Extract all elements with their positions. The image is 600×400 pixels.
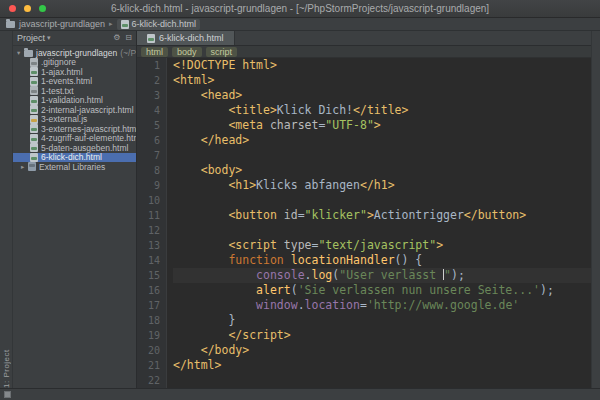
code-line-20[interactable]: </body>	[173, 343, 591, 358]
gear-icon[interactable]: ⚙	[113, 34, 120, 42]
code-token: </html>	[173, 358, 221, 372]
code-token: Actiontrigger	[374, 208, 464, 222]
chevron-down-icon[interactable]: ▾	[47, 34, 51, 42]
code-line-22[interactable]	[173, 373, 591, 388]
phpstorm-window: 6-klick-dich.html - javascript-grundlage…	[0, 0, 600, 400]
code-token: </button>	[464, 208, 526, 222]
code-line-19[interactable]: </script>	[173, 328, 591, 343]
code-line-21[interactable]: </html>	[173, 358, 591, 373]
code-line-11[interactable]: <button id="klicker">Actiontrigger</butt…	[173, 208, 591, 223]
code-line-14[interactable]: function locationHandler() {	[173, 253, 591, 268]
line-number: 6	[137, 133, 160, 148]
code-line-8[interactable]: <body>	[173, 163, 591, 178]
tree-root-label: javascript-grundlagen	[36, 48, 117, 58]
tree-item-.gitignore[interactable]: .gitignore	[13, 58, 136, 68]
breadcrumb-script[interactable]: script	[206, 47, 238, 57]
code-token: <meta	[228, 118, 270, 132]
line-number: 17	[137, 298, 160, 313]
code-token: >	[374, 118, 381, 132]
tree-root-path: (~/PhpStormProjects/javascript-grundlage…	[120, 48, 136, 58]
code-line-3[interactable]: <head>	[173, 88, 591, 103]
editor-column: 6-klick-dich.html htmlbodyscript 1234567…	[137, 31, 591, 388]
right-tool-stripe	[591, 31, 600, 388]
code-line-10[interactable]	[173, 193, 591, 208]
panel-title[interactable]: Project	[17, 33, 45, 43]
code-line-12[interactable]	[173, 223, 591, 238]
tree-expanded-icon[interactable]: ▾	[17, 49, 24, 57]
code-token	[173, 268, 256, 282]
code-editor[interactable]: 12345678910111213141516171819202122 <!DO…	[137, 58, 591, 388]
breadcrumb-body[interactable]: body	[172, 47, 202, 57]
code-line-4[interactable]: <title>Klick Dich!</title>	[173, 103, 591, 118]
breadcrumb-html[interactable]: html	[141, 47, 168, 57]
toolwindow-switcher-icon[interactable]	[4, 391, 11, 398]
code-token: "UTF-8"	[325, 118, 373, 132]
hide-panel-icon[interactable]: ⊟	[125, 34, 132, 42]
line-number: 7	[137, 148, 160, 163]
code-line-13[interactable]: <script type="text/javascript">	[173, 238, 591, 253]
gutter: 12345678910111213141516171819202122	[137, 58, 167, 388]
tree-root-javascript-grundlagen[interactable]: ▾ javascript-grundlagen (~/PhpStormProje…	[13, 48, 136, 58]
project-panel: Project ▾ ⚙ ⊟ ▾ javascript-grundlagen (~…	[13, 31, 137, 388]
code-line-17[interactable]: window.location='http://www.google.de'	[173, 298, 591, 313]
code-line-2[interactable]: <html>	[173, 73, 591, 88]
code-token: <button	[228, 208, 283, 222]
line-number: 18	[137, 313, 160, 328]
editor-tab-bar: 6-klick-dich.html	[137, 31, 591, 46]
code-token: "User verlässt	[339, 268, 443, 282]
project-tool-window-button[interactable]: 1: Project	[2, 39, 11, 388]
code-token	[173, 178, 228, 192]
close-window-button[interactable]	[9, 5, 16, 12]
code-token: "	[444, 268, 451, 282]
code-token: console	[256, 268, 304, 282]
tree-item-1-ajax.html[interactable]: 1-ajax.html	[13, 67, 136, 77]
line-number: 14	[137, 253, 160, 268]
nav-crumb-project[interactable]: javascript-grundlagen	[19, 19, 105, 29]
tree-item-5-daten-ausgeben.html[interactable]: 5-daten-ausgeben.html	[13, 143, 136, 153]
code-line-1[interactable]: <!DOCTYPE html>	[173, 58, 591, 73]
code-token	[173, 298, 256, 312]
minimize-window-button[interactable]	[24, 5, 31, 12]
zoom-window-button[interactable]	[39, 5, 46, 12]
tree-item-3-external.js[interactable]: 3-external.js	[13, 115, 136, 125]
code-token: >	[436, 238, 443, 252]
tree-item-1-events.html[interactable]: 1-events.html	[13, 77, 136, 87]
code-lines[interactable]: <!DOCTYPE html><html> <head> <title>Klic…	[167, 58, 591, 388]
code-token	[284, 253, 291, 267]
code-line-6[interactable]: </head>	[173, 133, 591, 148]
code-line-16[interactable]: alert('Sie verlassen nun unsere Seite...…	[173, 283, 591, 298]
code-line-9[interactable]: <h1>Klicks abfangen</h1>	[173, 178, 591, 193]
navigation-bar: javascript-grundlagen ▸ 6-klick-dich.htm…	[0, 18, 600, 31]
code-line-5[interactable]: <meta charset="UTF-8">	[173, 118, 591, 133]
library-icon	[28, 162, 36, 171]
tree-item-1-test.txt[interactable]: 1-test.txt	[13, 86, 136, 96]
tree-item-label: 1-test.txt	[41, 86, 74, 96]
code-token: "text/javascript"	[318, 238, 436, 252]
tree-item-6-klick-dich.html[interactable]: 6-klick-dich.html	[13, 153, 136, 163]
code-token: alert	[256, 283, 291, 297]
tree-item-2-internal-javascript.html[interactable]: 2-internal-javascript.html	[13, 105, 136, 115]
line-number: 12	[137, 223, 160, 238]
code-token: );	[451, 268, 465, 282]
code-token: <body>	[201, 163, 243, 177]
tree-item-1-validation.html[interactable]: 1-validation.html	[13, 96, 136, 106]
html-file-icon	[30, 67, 38, 76]
html-file-icon	[30, 77, 38, 86]
tree-item-label: 1-events.html	[41, 77, 92, 87]
tree-item-3-externes-javascript.html[interactable]: 3-externes-javascript.html	[13, 124, 136, 134]
tab-6-klick-dich-html[interactable]: 6-klick-dich.html	[137, 31, 235, 45]
breadcrumbs: htmlbodyscript	[137, 46, 591, 58]
code-token: id	[284, 208, 298, 222]
line-number: 9	[137, 178, 160, 193]
tree-item-4-zugriff-auf-elemente.html[interactable]: 4-zugriff-auf-elemente.html	[13, 134, 136, 144]
code-token	[173, 118, 228, 132]
titlebar[interactable]: 6-klick-dich.html - javascript-grundlage…	[0, 0, 600, 18]
code-line-18[interactable]: }	[173, 313, 591, 328]
tree-external-libraries[interactable]: ▸ External Libraries	[13, 162, 136, 172]
code-line-7[interactable]	[173, 148, 591, 163]
window-controls	[9, 5, 46, 12]
line-number: 5	[137, 118, 160, 133]
code-line-15[interactable]: console.log("User verlässt ");	[173, 268, 591, 283]
nav-crumb-file[interactable]: 6-klick-dich.html	[117, 19, 201, 30]
tree-collapsed-icon[interactable]: ▸	[21, 163, 28, 171]
